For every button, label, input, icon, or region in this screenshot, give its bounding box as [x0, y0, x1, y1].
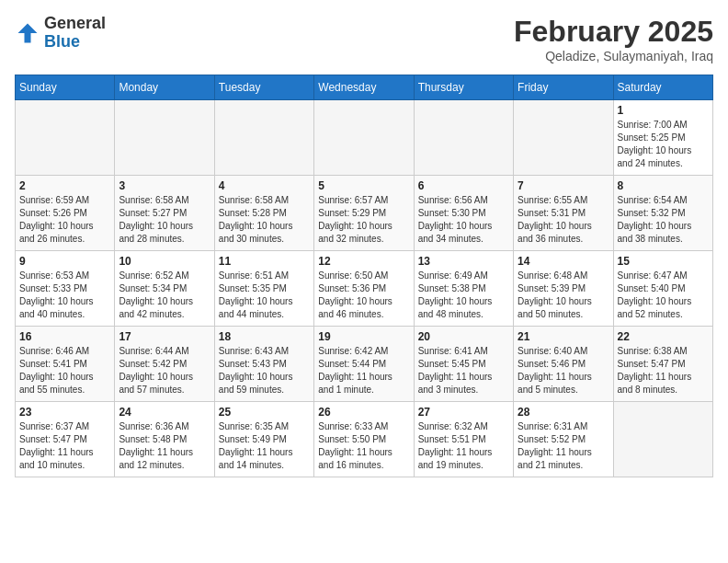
day-number: 14 — [518, 255, 609, 268]
day-info: Sunrise: 7:00 AM Sunset: 5:25 PM Dayligh… — [618, 119, 709, 170]
title-block: February 2025 Qeladize, Sulaymaniyah, Ir… — [514, 15, 713, 63]
day-info: Sunrise: 6:36 AM Sunset: 5:48 PM Dayligh… — [119, 420, 210, 472]
day-number: 10 — [119, 255, 210, 268]
calendar-cell: 23Sunrise: 6:37 AM Sunset: 5:47 PM Dayli… — [16, 402, 115, 477]
calendar-cell: 16Sunrise: 6:46 AM Sunset: 5:41 PM Dayli… — [16, 327, 115, 402]
calendar-cell: 8Sunrise: 6:54 AM Sunset: 5:32 PM Daylig… — [613, 176, 712, 251]
day-info: Sunrise: 6:51 AM Sunset: 5:35 PM Dayligh… — [219, 270, 310, 321]
day-info: Sunrise: 6:37 AM Sunset: 5:47 PM Dayligh… — [19, 420, 110, 472]
day-number: 16 — [19, 330, 110, 343]
calendar-week-row: 16Sunrise: 6:46 AM Sunset: 5:41 PM Dayli… — [16, 327, 713, 402]
calendar-cell: 13Sunrise: 6:49 AM Sunset: 5:38 PM Dayli… — [414, 251, 513, 327]
day-number: 7 — [518, 179, 609, 192]
day-number: 6 — [418, 179, 509, 192]
day-info: Sunrise: 6:54 AM Sunset: 5:32 PM Dayligh… — [618, 194, 709, 246]
day-info: Sunrise: 6:58 AM Sunset: 5:27 PM Dayligh… — [119, 194, 210, 246]
calendar-cell — [613, 402, 712, 477]
day-info: Sunrise: 6:58 AM Sunset: 5:28 PM Dayligh… — [219, 194, 310, 246]
day-number: 2 — [19, 179, 110, 192]
day-info: Sunrise: 6:43 AM Sunset: 5:43 PM Dayligh… — [219, 345, 310, 396]
calendar-week-row: 9Sunrise: 6:53 AM Sunset: 5:33 PM Daylig… — [16, 251, 713, 327]
day-info: Sunrise: 6:35 AM Sunset: 5:49 PM Dayligh… — [219, 420, 310, 472]
day-number: 11 — [219, 255, 310, 268]
calendar-cell: 12Sunrise: 6:50 AM Sunset: 5:36 PM Dayli… — [314, 251, 414, 327]
day-number: 21 — [518, 330, 609, 343]
calendar-cell: 28Sunrise: 6:31 AM Sunset: 5:52 PM Dayli… — [514, 402, 613, 477]
calendar-cell: 26Sunrise: 6:33 AM Sunset: 5:50 PM Dayli… — [314, 402, 414, 477]
day-number: 24 — [119, 406, 210, 419]
svg-marker-0 — [18, 23, 38, 42]
weekday-header: Monday — [115, 75, 214, 100]
calendar-cell: 21Sunrise: 6:40 AM Sunset: 5:46 PM Dayli… — [514, 327, 613, 402]
calendar-cell: 19Sunrise: 6:42 AM Sunset: 5:44 PM Dayli… — [314, 327, 414, 402]
calendar-table: SundayMondayTuesdayWednesdayThursdayFrid… — [15, 75, 713, 477]
calendar-cell — [414, 100, 513, 176]
month-year-title: February 2025 — [514, 15, 713, 49]
day-info: Sunrise: 6:33 AM Sunset: 5:50 PM Dayligh… — [318, 420, 409, 472]
calendar-cell: 7Sunrise: 6:55 AM Sunset: 5:31 PM Daylig… — [514, 176, 613, 251]
calendar-cell: 3Sunrise: 6:58 AM Sunset: 5:27 PM Daylig… — [115, 176, 214, 251]
day-info: Sunrise: 6:52 AM Sunset: 5:34 PM Dayligh… — [119, 270, 210, 321]
calendar-cell: 9Sunrise: 6:53 AM Sunset: 5:33 PM Daylig… — [16, 251, 115, 327]
day-info: Sunrise: 6:59 AM Sunset: 5:26 PM Dayligh… — [19, 194, 110, 246]
calendar-cell — [16, 100, 115, 176]
weekday-header: Tuesday — [214, 75, 313, 100]
day-number: 15 — [618, 255, 709, 268]
calendar-cell: 25Sunrise: 6:35 AM Sunset: 5:49 PM Dayli… — [214, 402, 313, 477]
day-info: Sunrise: 6:50 AM Sunset: 5:36 PM Dayligh… — [318, 270, 409, 321]
calendar-cell: 22Sunrise: 6:38 AM Sunset: 5:47 PM Dayli… — [613, 327, 712, 402]
weekday-header: Wednesday — [314, 75, 414, 100]
weekday-header: Sunday — [16, 75, 115, 100]
day-number: 18 — [219, 330, 310, 343]
day-number: 19 — [318, 330, 409, 343]
day-info: Sunrise: 6:48 AM Sunset: 5:39 PM Dayligh… — [518, 270, 609, 321]
day-info: Sunrise: 6:38 AM Sunset: 5:47 PM Dayligh… — [618, 345, 709, 396]
calendar-cell — [514, 100, 613, 176]
day-number: 8 — [618, 179, 709, 192]
day-number: 9 — [19, 255, 110, 268]
day-number: 23 — [19, 406, 110, 419]
calendar-cell: 11Sunrise: 6:51 AM Sunset: 5:35 PM Dayli… — [214, 251, 313, 327]
calendar-cell: 10Sunrise: 6:52 AM Sunset: 5:34 PM Dayli… — [115, 251, 214, 327]
day-number: 1 — [618, 104, 709, 117]
calendar-cell: 4Sunrise: 6:58 AM Sunset: 5:28 PM Daylig… — [214, 176, 313, 251]
logo-text: General Blue — [44, 15, 106, 52]
day-number: 22 — [618, 330, 709, 343]
day-info: Sunrise: 6:57 AM Sunset: 5:29 PM Dayligh… — [318, 194, 409, 246]
day-number: 13 — [418, 255, 509, 268]
calendar-cell: 1Sunrise: 7:00 AM Sunset: 5:25 PM Daylig… — [613, 100, 712, 176]
calendar-cell: 20Sunrise: 6:41 AM Sunset: 5:45 PM Dayli… — [414, 327, 513, 402]
location-subtitle: Qeladize, Sulaymaniyah, Iraq — [514, 49, 713, 63]
logo-icon — [15, 20, 40, 46]
day-number: 26 — [318, 406, 409, 419]
day-info: Sunrise: 6:42 AM Sunset: 5:44 PM Dayligh… — [318, 345, 409, 396]
calendar-cell: 2Sunrise: 6:59 AM Sunset: 5:26 PM Daylig… — [16, 176, 115, 251]
day-number: 12 — [318, 255, 409, 268]
day-number: 27 — [418, 406, 509, 419]
logo: General Blue — [15, 15, 106, 52]
day-info: Sunrise: 6:41 AM Sunset: 5:45 PM Dayligh… — [418, 345, 509, 396]
calendar-cell: 6Sunrise: 6:56 AM Sunset: 5:30 PM Daylig… — [414, 176, 513, 251]
day-info: Sunrise: 6:40 AM Sunset: 5:46 PM Dayligh… — [518, 345, 609, 396]
calendar-cell: 14Sunrise: 6:48 AM Sunset: 5:39 PM Dayli… — [514, 251, 613, 327]
calendar-cell: 27Sunrise: 6:32 AM Sunset: 5:51 PM Dayli… — [414, 402, 513, 477]
weekday-header: Friday — [514, 75, 613, 100]
day-number: 5 — [318, 179, 409, 192]
weekday-header: Saturday — [613, 75, 712, 100]
page-header: General Blue February 2025 Qeladize, Sul… — [15, 15, 713, 63]
day-number: 4 — [219, 179, 310, 192]
day-number: 17 — [119, 330, 210, 343]
day-number: 25 — [219, 406, 310, 419]
day-number: 3 — [119, 179, 210, 192]
calendar-cell: 15Sunrise: 6:47 AM Sunset: 5:40 PM Dayli… — [613, 251, 712, 327]
calendar-cell: 17Sunrise: 6:44 AM Sunset: 5:42 PM Dayli… — [115, 327, 214, 402]
weekday-header: Thursday — [414, 75, 513, 100]
day-info: Sunrise: 6:32 AM Sunset: 5:51 PM Dayligh… — [418, 420, 509, 472]
day-number: 28 — [518, 406, 609, 419]
day-info: Sunrise: 6:49 AM Sunset: 5:38 PM Dayligh… — [418, 270, 509, 321]
day-info: Sunrise: 6:55 AM Sunset: 5:31 PM Dayligh… — [518, 194, 609, 246]
day-number: 20 — [418, 330, 509, 343]
calendar-cell — [214, 100, 313, 176]
calendar-header-row: SundayMondayTuesdayWednesdayThursdayFrid… — [16, 75, 713, 100]
calendar-cell — [314, 100, 414, 176]
